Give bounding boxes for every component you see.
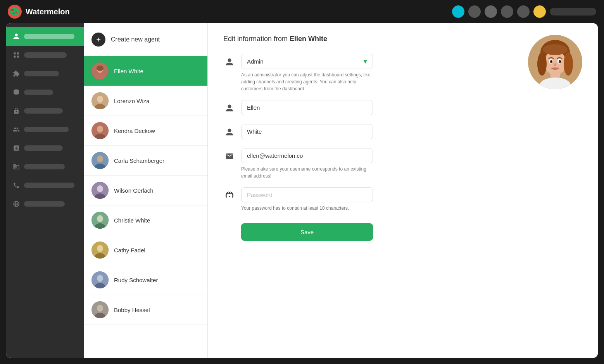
agent-item-0[interactable]: Ellen White: [84, 56, 207, 86]
globe-icon: [12, 200, 20, 208]
firstname-input[interactable]: [241, 100, 373, 115]
password-hint: Your password has to contain at least 10…: [241, 205, 373, 212]
sidebar-item-integrations[interactable]: [6, 64, 84, 83]
profile-avatar: [528, 35, 582, 89]
agent-item-7[interactable]: Rudy Schowalter: [84, 265, 207, 295]
firstname-row: [223, 100, 582, 116]
svg-point-3: [16, 12, 17, 13]
puzzle-icon: [12, 70, 20, 78]
agent-avatar-2: [91, 122, 109, 139]
sidebar-dashboard-label: [24, 52, 67, 58]
svg-point-50: [551, 61, 552, 62]
sidebar-integrations-label: [24, 71, 59, 76]
svg-point-33: [97, 275, 103, 282]
create-new-agent-button[interactable]: + Create new agent: [84, 23, 207, 56]
topbar-controls: [452, 5, 596, 18]
sidebar-item-phone[interactable]: [6, 176, 84, 195]
sidebar-item-dashboard[interactable]: [6, 46, 84, 64]
email-input[interactable]: [241, 148, 373, 163]
svg-point-30: [97, 245, 103, 252]
agent-name-1: Lorenzo Wiza: [114, 98, 150, 104]
main-container: + Create new agent Ellen White: [6, 23, 598, 358]
sidebar-org-label: [24, 164, 65, 169]
svg-point-24: [97, 185, 103, 192]
svg-point-18: [97, 126, 103, 133]
sidebar-item-data[interactable]: [6, 83, 84, 102]
topbar-dot-1[interactable]: [452, 5, 464, 18]
reports-icon: [12, 144, 20, 152]
email-row: Please make sure your username correspon…: [223, 148, 582, 179]
password-icon: [223, 187, 236, 204]
email-field-wrap: Please make sure your username correspon…: [241, 148, 373, 179]
lastname-input[interactable]: [241, 124, 373, 139]
edit-title-prefix: Edit information from: [223, 35, 290, 43]
app-name: Watermelon: [26, 7, 70, 16]
sidebar-data-label: [24, 90, 53, 95]
lastname-field-wrap: [241, 124, 373, 139]
svg-rect-7: [14, 56, 16, 58]
database-icon: [12, 88, 20, 96]
topbar: Watermelon: [0, 0, 604, 23]
agent-avatar-0: [91, 62, 109, 79]
sidebar-reports-label: [24, 145, 63, 151]
sidebar-item-security[interactable]: [6, 102, 84, 120]
sidebar-agents-label: [24, 34, 74, 39]
agent-name-6: Cathy Fadel: [114, 247, 145, 254]
svg-point-4: [13, 12, 15, 14]
agent-name-2: Kendra Deckow: [114, 128, 155, 134]
agent-item-3[interactable]: Carla Schamberger: [84, 146, 207, 176]
building-icon: [12, 163, 20, 171]
password-row: Your password has to contain at least 10…: [223, 187, 582, 212]
role-select[interactable]: Admin Agent Manager: [241, 54, 373, 69]
agent-avatar-4: [91, 182, 109, 199]
email-icon: [223, 148, 236, 164]
sidebar-item-organization[interactable]: [6, 157, 84, 176]
firstname-field-wrap: [241, 100, 373, 115]
agent-item-8[interactable]: Bobby Hessel: [84, 295, 207, 325]
svg-point-27: [97, 215, 103, 222]
agent-list-panel: + Create new agent Ellen White: [84, 23, 208, 358]
agent-name-0: Ellen White: [114, 68, 143, 74]
sidebar-item-team[interactable]: [6, 120, 84, 139]
agents-icon: [12, 33, 20, 40]
create-new-agent-label: Create new agent: [111, 36, 160, 43]
svg-point-36: [97, 305, 103, 312]
topbar-search-bar: [550, 8, 596, 16]
phone-icon: [12, 181, 20, 189]
email-hint: Please make sure your username correspon…: [241, 166, 373, 179]
svg-rect-6: [17, 52, 19, 54]
role-field-wrap: Admin Agent Manager ▼ As an administrato…: [241, 54, 373, 92]
svg-point-2: [11, 9, 14, 11]
topbar-avatar[interactable]: [533, 5, 546, 18]
topbar-dot-4[interactable]: [501, 5, 513, 18]
agent-avatar-3: [91, 152, 109, 169]
create-agent-icon: +: [91, 33, 105, 47]
agent-avatar-5: [91, 212, 109, 229]
agent-avatar-8: [91, 301, 109, 318]
topbar-logo: Watermelon: [8, 5, 452, 19]
agent-item-6[interactable]: Cathy Fadel: [84, 235, 207, 265]
topbar-dot-5[interactable]: [517, 5, 530, 18]
topbar-dot-3[interactable]: [485, 5, 497, 18]
password-field-wrap: Your password has to contain at least 10…: [241, 187, 373, 212]
sidebar-item-settings[interactable]: [6, 195, 84, 213]
svg-point-53: [543, 44, 568, 55]
topbar-dot-2[interactable]: [468, 5, 481, 18]
profile-avatar-wrap: [528, 35, 582, 89]
agent-name-8: Bobby Hessel: [114, 307, 150, 313]
agent-item-2[interactable]: Kendra Deckow: [84, 116, 207, 146]
agent-item-5[interactable]: Christie White: [84, 205, 207, 235]
agent-item-1[interactable]: Lorenzo Wiza: [84, 86, 207, 116]
agent-item-4[interactable]: Wilson Gerlach: [84, 176, 207, 205]
password-input[interactable]: [241, 187, 373, 202]
role-icon: [223, 54, 236, 70]
save-button[interactable]: Save: [241, 223, 373, 241]
sidebar-item-agents[interactable]: [6, 27, 84, 46]
svg-point-51: [560, 61, 561, 62]
edit-content: Edit information from Ellen White Admin …: [223, 35, 582, 241]
svg-point-43: [564, 52, 573, 76]
sidebar-item-reports[interactable]: [6, 139, 84, 157]
watermelon-logo-icon: [8, 5, 22, 19]
agent-name-3: Carla Schamberger: [114, 157, 164, 164]
lastname-icon: [223, 124, 236, 140]
